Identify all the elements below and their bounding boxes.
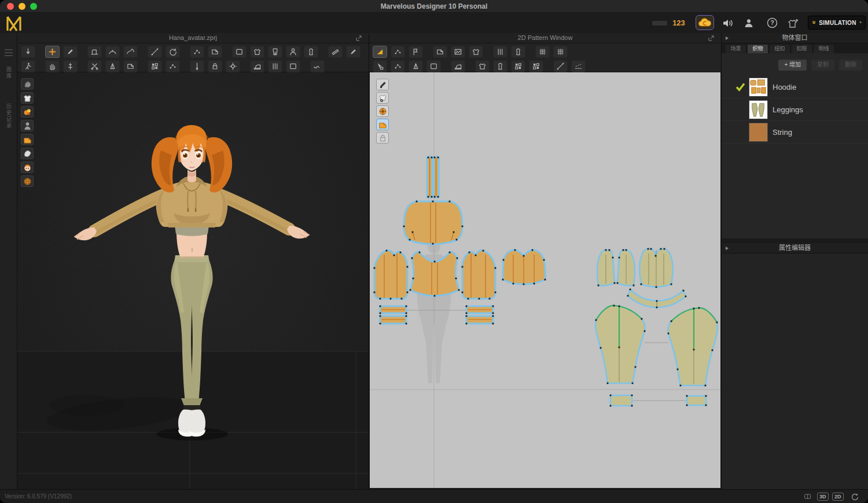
detach-3d-window-icon[interactable] xyxy=(356,35,362,41)
shirt-tool-button[interactable] xyxy=(250,46,264,58)
show-bust-toggle[interactable] xyxy=(21,120,34,131)
fold-fabric-tool-button[interactable] xyxy=(123,60,138,72)
object-tab-5[interactable]: 明线 xyxy=(814,45,834,53)
fabric-row-leggings[interactable]: Leggings xyxy=(722,98,868,121)
check-a-tool-button[interactable] xyxy=(511,60,525,72)
avatar-tool-button[interactable] xyxy=(286,46,300,58)
object-button-2[interactable]: 复制 xyxy=(811,60,834,71)
cloth-visibility-toggle[interactable] xyxy=(376,92,389,104)
lock-tool-button[interactable] xyxy=(208,60,222,72)
rail-label-library[interactable]: 图库 xyxy=(5,67,13,79)
iron-2d-tool-button[interactable] xyxy=(451,60,465,72)
grab-fabric-tool-button[interactable] xyxy=(45,60,60,72)
stitch-wave-tool-button[interactable] xyxy=(310,60,325,72)
rect-pattern-tool-button[interactable] xyxy=(426,60,441,72)
seam-dash-tool-button[interactable] xyxy=(571,60,586,72)
texture-2d-tool-button[interactable] xyxy=(493,60,507,72)
refresh-button[interactable] xyxy=(851,493,859,501)
grid-small-tool-button[interactable] xyxy=(535,46,550,58)
account-button[interactable] xyxy=(741,13,756,33)
split-view-button[interactable] xyxy=(803,493,813,501)
show-fabric-toggle[interactable] xyxy=(21,134,34,145)
detach-2d-window-icon[interactable] xyxy=(708,35,714,41)
bounding-volume-tool-button[interactable] xyxy=(286,60,300,72)
show-avatar-toggle[interactable] xyxy=(21,78,34,90)
segment-sewing-tool-button[interactable] xyxy=(105,46,120,58)
pattern-check-tool-button[interactable] xyxy=(148,60,162,72)
needle-tool-button[interactable] xyxy=(190,60,204,72)
maximize-window-button[interactable] xyxy=(30,3,37,10)
pattern-dots-tool-button[interactable] xyxy=(165,60,180,72)
rotate-gizmo-tool-button[interactable] xyxy=(165,46,180,58)
show-face-toggle[interactable] xyxy=(21,161,34,173)
dart-tool-button[interactable] xyxy=(105,60,120,72)
fabric-view-toggle[interactable] xyxy=(376,119,389,130)
object-tab-4[interactable]: 扣眼 xyxy=(792,45,812,53)
free-sewing-tool-button[interactable] xyxy=(123,46,138,58)
grid-large-tool-button[interactable] xyxy=(553,46,568,58)
export-tool-button[interactable] xyxy=(232,46,247,58)
trace-image-tool-button[interactable] xyxy=(451,46,465,58)
show-clothes-toggle[interactable] xyxy=(21,92,34,104)
rail-label-history[interactable]: 历史记录 xyxy=(5,104,13,129)
select-points-tool-button[interactable] xyxy=(190,46,204,58)
tab-3d-window[interactable]: Hana_avatar.zprj xyxy=(17,33,369,43)
show-world-toggle[interactable] xyxy=(21,175,34,187)
edit-curve-tool-button[interactable] xyxy=(409,46,423,58)
lock-patterns-toggle[interactable] xyxy=(376,132,389,144)
viewport-3d[interactable] xyxy=(17,72,369,489)
check-b-tool-button[interactable] xyxy=(529,60,543,72)
fabric-row-string[interactable]: String xyxy=(722,121,868,144)
fabric-row-hoodie[interactable]: Hoodie xyxy=(722,76,868,98)
canvas-2d[interactable] xyxy=(370,72,720,488)
edit-points-tool-button[interactable] xyxy=(391,46,405,58)
minimize-window-button[interactable] xyxy=(19,3,25,10)
cloud-sync-button[interactable] xyxy=(696,15,714,30)
outfit-store-button[interactable] xyxy=(785,13,801,33)
walk-avatar-tool-button[interactable] xyxy=(21,60,35,72)
tab-2d-window[interactable]: 2D Pattern Window xyxy=(369,33,721,43)
select-move-tool-button[interactable] xyxy=(45,46,60,58)
import-tool-button[interactable] xyxy=(21,46,35,58)
simulation-button[interactable]: SIMULATION xyxy=(808,16,866,30)
help-button[interactable]: ? xyxy=(764,13,779,33)
view-3d-button[interactable]: 3D xyxy=(817,493,829,501)
pants-tool-button[interactable] xyxy=(268,46,282,58)
tape-measure-tool-button[interactable] xyxy=(328,46,343,58)
pleats-tool-button[interactable] xyxy=(268,60,282,72)
unpin-tool-button[interactable] xyxy=(87,60,102,72)
select-box-tool-button[interactable] xyxy=(373,60,387,72)
dart-2d-tool-button[interactable] xyxy=(409,60,423,72)
fold-arrangement-tool-button[interactable] xyxy=(208,46,222,58)
sound-button[interactable] xyxy=(720,13,735,33)
property-editor-header[interactable]: 属性编辑器 xyxy=(722,243,868,254)
mannequin-2d-tool-button[interactable] xyxy=(511,46,525,58)
texture-view-toggle[interactable] xyxy=(376,105,389,117)
sewing-machine-tool-button[interactable] xyxy=(87,46,102,58)
seam-line-tool-button[interactable] xyxy=(553,60,568,72)
object-window-header[interactable]: 物体窗口 xyxy=(722,33,868,43)
object-tab-1[interactable]: 场景 xyxy=(726,45,746,53)
object-tab-3[interactable]: 纽扣 xyxy=(770,45,790,53)
close-window-button[interactable] xyxy=(7,3,14,10)
object-tab-2[interactable]: 织物 xyxy=(748,45,768,53)
pleat-2d-tool-button[interactable] xyxy=(493,46,507,58)
mannequin-tool-button[interactable] xyxy=(304,46,318,58)
collapse-arrow-icon[interactable] xyxy=(725,246,730,251)
object-button-1[interactable]: + 增加 xyxy=(778,60,807,71)
view-2d-button[interactable]: 2D xyxy=(832,493,844,501)
brush-view-toggle[interactable] xyxy=(376,79,389,90)
show-cloth-toggle[interactable] xyxy=(21,148,34,159)
collapse-arrow-icon[interactable] xyxy=(725,36,730,41)
shirt-2d-tool-button[interactable] xyxy=(475,60,490,72)
transform-pattern-tool-button[interactable] xyxy=(373,46,387,58)
steam-iron-tool-button[interactable] xyxy=(250,60,264,72)
pin-fabric-tool-button[interactable] xyxy=(63,60,78,72)
draw-pen-tool-button[interactable] xyxy=(346,46,361,58)
sewing-line-tool-button[interactable] xyxy=(148,46,162,58)
polygon-pattern-tool-button[interactable] xyxy=(433,46,447,58)
point-edit-tool-button[interactable] xyxy=(391,60,405,72)
rail-grip[interactable] xyxy=(5,49,13,50)
gizmo-tool-button[interactable] xyxy=(226,60,240,72)
cloth-pin-tool-button[interactable] xyxy=(469,46,483,58)
